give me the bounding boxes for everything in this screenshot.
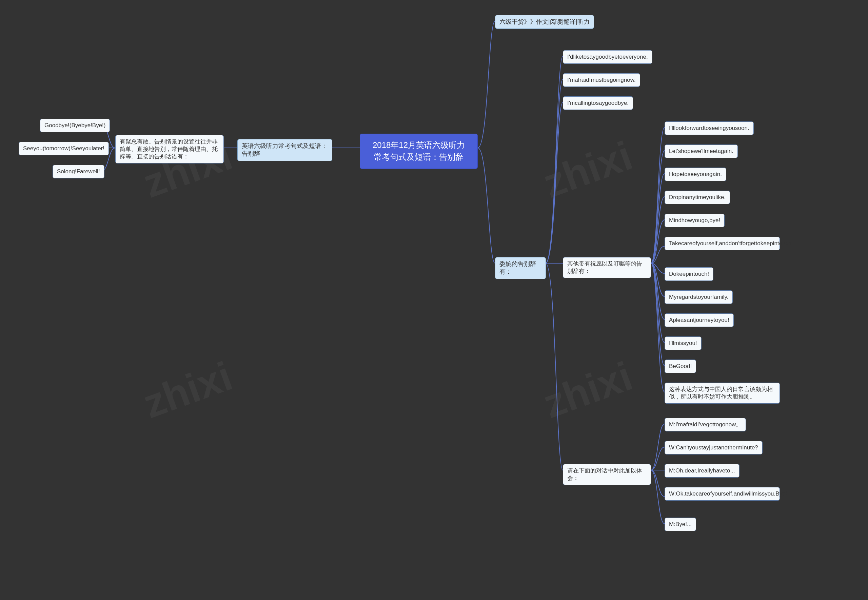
right-top-link[interactable]: 六级干货》》作文|阅读|翻译|听力 <box>495 15 594 29</box>
root-node[interactable]: 2018年12月英语六级听力常考句式及短语：告别辞 <box>360 133 478 169</box>
watermark: zhixi <box>537 352 638 427</box>
r2-other-title[interactable]: 其他带有祝愿以及叮嘱等的告别辞有： <box>563 257 651 278</box>
r2-other-3[interactable]: Hopetoseeyouagain. <box>665 168 726 181</box>
dialog-line-2[interactable]: W:Can'tyoustayjustanotherminute? <box>665 441 762 455</box>
r2-other-6[interactable]: Takecareofyourself,anddon'tforgettokeepi… <box>665 237 780 250</box>
r2-other-4[interactable]: Dropinanytimeyoulike. <box>665 191 730 204</box>
dialog-line-3[interactable]: M:Oh,dear,Ireallyhaveto... <box>665 464 739 477</box>
phrase-seeyou[interactable]: Seeyou(tomorrow)!Seeyoulater! <box>19 142 109 155</box>
r2-other-10[interactable]: I'llmissyou! <box>665 336 702 350</box>
left-scene-desc[interactable]: 有聚总有散。告别情景的设置往往并非简单、直接地告别，常伴随着理由、托辞等。直接的… <box>115 135 224 164</box>
left-branch-listening[interactable]: 英语六级听力常考句式及短语：告别辞 <box>237 139 332 161</box>
r2-other-7[interactable]: Dokeepintouch! <box>665 267 714 281</box>
r2-other-12[interactable]: 这种表达方式与中国人的日常言谈颇为相似，所以有时不妨可作大胆推测。 <box>665 383 780 404</box>
r2-other-11[interactable]: BeGood! <box>665 359 696 373</box>
watermark: zhixi <box>537 132 638 207</box>
r2-direct-1[interactable]: I'dliketosaygoodbyetoeveryone. <box>563 50 652 64</box>
connectors <box>0 0 868 600</box>
r2-other-1[interactable]: I'lllookforwardtoseeingyousoon. <box>665 121 754 135</box>
r2-other-9[interactable]: Apleasantjourneytoyou! <box>665 314 734 327</box>
r2-direct-2[interactable]: I'mafraidImustbegoingnow. <box>563 73 640 87</box>
watermark: zhixi <box>137 352 238 427</box>
r2-dialog-title[interactable]: 请在下面的对话中对此加以体会： <box>563 464 651 485</box>
r2-direct-3[interactable]: I'mcallingtosaygoodbye. <box>563 96 633 110</box>
r2-other-5[interactable]: Mindhowyougo,bye! <box>665 214 724 227</box>
phrase-solong[interactable]: Solong!Farewell! <box>53 165 104 179</box>
r2-other-8[interactable]: Myregardstoyourfamily. <box>665 290 733 304</box>
right-euphemistic-title[interactable]: 委婉的告别辞有： <box>495 257 546 279</box>
phrase-goodbye[interactable]: Goodbye!(Byebye!Bye!) <box>40 119 110 132</box>
dialog-line-1[interactable]: M:I'mafraidI'vegottogonow。 <box>665 418 746 432</box>
dialog-line-5[interactable]: M:Bye!... <box>665 518 696 531</box>
dialog-line-4[interactable]: W:Ok,takecareofyourself,andIwillmissyou.… <box>665 487 780 501</box>
r2-other-2[interactable]: Let'shopewe'llmeetagain. <box>665 144 738 158</box>
